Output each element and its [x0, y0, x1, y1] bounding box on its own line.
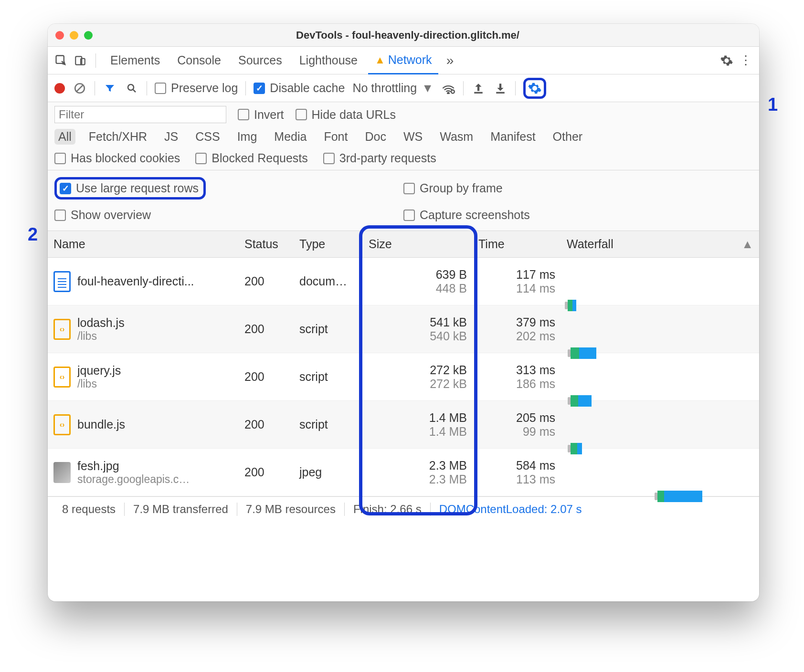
preserve-log-checkbox[interactable]: Preserve log: [155, 81, 238, 95]
size-resource: 1.4 MB: [429, 425, 467, 439]
size-transfer: 639 B: [436, 268, 467, 282]
invert-checkbox[interactable]: Invert: [238, 108, 284, 122]
upload-har-icon[interactable]: [471, 81, 486, 95]
size-transfer: 1.4 MB: [429, 411, 467, 425]
divider: [95, 53, 96, 68]
filter-input[interactable]: [54, 106, 226, 123]
col-header-status[interactable]: Status: [239, 237, 294, 251]
search-icon[interactable]: [125, 81, 139, 95]
divider: [463, 81, 464, 95]
download-har-icon[interactable]: [493, 81, 508, 95]
svg-point-6: [451, 90, 455, 93]
filter-funnel-icon[interactable]: [103, 81, 117, 95]
devtools-tabs: Elements Console Sources Lighthouse ▲ Ne…: [48, 47, 759, 74]
filter-type-row: All Fetch/XHR JS CSS Img Media Font Doc …: [54, 129, 752, 145]
filter-type-manifest[interactable]: Manifest: [487, 129, 539, 145]
table-body: foul-heavenly-directi...200docum…639 B44…: [48, 258, 759, 496]
filter-type-doc[interactable]: Doc: [361, 129, 390, 145]
divider: [245, 81, 246, 95]
network-toolbar: Preserve log Disable cache No throttling…: [48, 74, 759, 102]
filter-type-wasm[interactable]: Wasm: [436, 129, 477, 145]
request-name: foul-heavenly-directi...: [77, 274, 194, 288]
size-transfer: 272 kB: [430, 363, 467, 377]
record-icon[interactable]: [54, 83, 65, 94]
table-row[interactable]: foul-heavenly-directi...200docum…639 B44…: [48, 258, 759, 305]
devtools-window: DevTools - foul-heavenly-direction.glitc…: [48, 24, 759, 601]
window-title: DevTools - foul-heavenly-direction.glitc…: [64, 29, 751, 42]
clear-icon[interactable]: [73, 81, 87, 95]
request-path: storage.googleapis.c…: [77, 473, 190, 486]
tab-lighthouse[interactable]: Lighthouse: [293, 47, 364, 74]
settings-gear-icon[interactable]: [719, 53, 734, 68]
filter-type-fetch[interactable]: Fetch/XHR: [85, 129, 151, 145]
waterfall-bar: [571, 443, 582, 454]
network-settings-highlight: [523, 78, 546, 99]
divider: [515, 81, 516, 95]
filter-type-all[interactable]: All: [54, 129, 75, 145]
status-cell: 200: [239, 274, 294, 288]
capture-screenshots-checkbox[interactable]: Capture screenshots: [403, 208, 530, 222]
device-toggle-icon[interactable]: [73, 53, 88, 68]
col-header-waterfall[interactable]: Waterfall ▲: [561, 237, 759, 251]
blocked-requests-checkbox[interactable]: Blocked Requests: [195, 151, 308, 165]
time-latency: 114 ms: [516, 282, 555, 295]
filter-area: Invert Hide data URLs All Fetch/XHR JS C…: [48, 102, 759, 170]
window-titlebar: DevTools - foul-heavenly-direction.glitc…: [48, 24, 759, 47]
col-header-type[interactable]: Type: [294, 237, 363, 251]
time-total: 584 ms: [516, 459, 555, 472]
table-row[interactable]: ‹›lodash.js/libs200script541 kB540 kB379…: [48, 305, 759, 353]
size-resource: 540 kB: [430, 329, 467, 343]
filter-type-ws[interactable]: WS: [400, 129, 426, 145]
status-cell: 200: [239, 370, 294, 384]
status-resources: 7.9 MB resources: [237, 503, 345, 516]
waterfall-bar: [571, 347, 596, 359]
status-domcontentloaded: DOMContentLoaded: 2.07 s: [431, 503, 591, 516]
col-header-size[interactable]: Size: [363, 237, 473, 251]
filter-type-other[interactable]: Other: [549, 129, 587, 145]
use-large-rows-checkbox[interactable]: Use large request rows: [60, 181, 199, 195]
status-cell: 200: [239, 322, 294, 336]
tab-console[interactable]: Console: [170, 47, 228, 74]
table-row[interactable]: fesh.jpgstorage.googleapis.c…200jpeg2.3 …: [48, 449, 759, 496]
size-resource: 2.3 MB: [429, 472, 467, 486]
document-file-icon: [53, 271, 71, 292]
col-header-name[interactable]: Name: [48, 237, 239, 251]
filter-type-media[interactable]: Media: [270, 129, 310, 145]
tab-elements[interactable]: Elements: [104, 47, 167, 74]
third-party-checkbox[interactable]: 3rd-party requests: [323, 151, 436, 165]
network-settings-gear-icon[interactable]: [528, 81, 542, 95]
group-by-frame-checkbox[interactable]: Group by frame: [403, 181, 503, 195]
has-blocked-cookies-checkbox[interactable]: Has blocked cookies: [54, 151, 180, 165]
type-cell: jpeg: [294, 465, 363, 479]
status-finish: Finish: 2.66 s: [345, 503, 431, 516]
request-name: lodash.js: [77, 316, 125, 330]
tab-network[interactable]: ▲ Network: [368, 47, 438, 74]
col-header-time[interactable]: Time: [473, 237, 561, 251]
image-file-icon: [53, 462, 71, 483]
filter-type-img[interactable]: Img: [233, 129, 261, 145]
waterfall-bar: [657, 491, 702, 502]
type-cell: script: [294, 370, 363, 384]
network-conditions-icon[interactable]: [441, 81, 455, 95]
warning-icon: ▲: [375, 54, 385, 66]
show-overview-checkbox[interactable]: Show overview: [54, 208, 151, 222]
hide-data-urls-checkbox[interactable]: Hide data URLs: [296, 108, 396, 122]
divider: [147, 81, 147, 95]
divider: [95, 81, 95, 95]
request-name: fesh.jpg: [77, 459, 190, 473]
throttling-select[interactable]: No throttling ▼: [352, 81, 434, 95]
more-tabs-icon[interactable]: »: [442, 53, 457, 68]
close-window-icon[interactable]: [55, 31, 64, 40]
inspect-icon[interactable]: [53, 53, 69, 68]
table-row[interactable]: ‹›bundle.js200script1.4 MB1.4 MB205 ms99…: [48, 401, 759, 449]
disable-cache-checkbox[interactable]: Disable cache: [254, 81, 345, 95]
filter-type-js[interactable]: JS: [160, 129, 182, 145]
filter-type-font[interactable]: Font: [320, 129, 351, 145]
filter-type-css[interactable]: CSS: [191, 129, 223, 145]
tab-sources[interactable]: Sources: [232, 47, 289, 74]
kebab-menu-icon[interactable]: ⋮: [738, 53, 753, 68]
chevron-down-icon: ▼: [422, 81, 434, 95]
time-total: 117 ms: [516, 268, 555, 282]
table-row[interactable]: ‹›jquery.js/libs200script272 kB272 kB313…: [48, 353, 759, 401]
use-large-rows-highlight: Use large request rows: [54, 177, 206, 200]
